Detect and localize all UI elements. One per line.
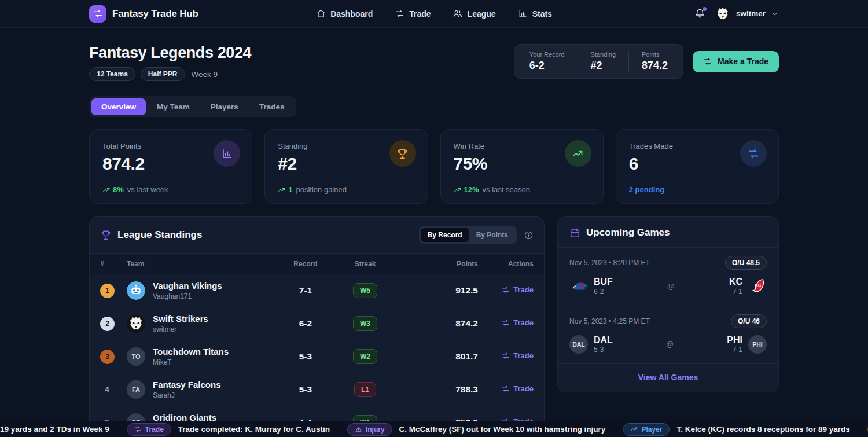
nav-item-league[interactable]: League bbox=[453, 9, 496, 19]
record-label: Your Record bbox=[529, 51, 565, 58]
game-row[interactable]: Nov 5, 2023 • 8:20 PM ET O/U 48.5 BUF 6-… bbox=[558, 248, 778, 306]
username: switmer bbox=[736, 9, 766, 18]
ticker-item: Trade Trade completed: K. Murray for C. … bbox=[127, 423, 330, 436]
cowboys-logo: DAL bbox=[569, 335, 588, 354]
home-record: 7-1 bbox=[727, 346, 742, 354]
team-owner: Vaughan171 bbox=[153, 292, 222, 300]
table-row[interactable]: 3 TO Touchdown Titans MikeT 5-3 W2 801.7… bbox=[90, 340, 544, 373]
main-nav: Dashboard Trade League Stats bbox=[316, 9, 552, 19]
trade-button[interactable]: Trade bbox=[501, 285, 534, 294]
home-record: 7-1 bbox=[729, 288, 742, 296]
week-label: Week 9 bbox=[192, 70, 218, 79]
trade-button[interactable]: Trade bbox=[501, 384, 534, 393]
record-cell: 7-1 bbox=[278, 285, 333, 296]
team-avatar bbox=[127, 314, 145, 333]
nav-item-stats[interactable]: Stats bbox=[518, 9, 552, 19]
team-owner: MikeT bbox=[153, 358, 229, 366]
streak-badge: W5 bbox=[353, 283, 377, 298]
game-date: Nov 5, 2023 • 8:20 PM ET bbox=[569, 259, 650, 267]
pending-trades-link[interactable]: 2 pending bbox=[629, 185, 664, 194]
info-icon[interactable] bbox=[524, 230, 534, 240]
games-title: Upcoming Games bbox=[586, 227, 670, 238]
tab-trades[interactable]: Trades bbox=[249, 98, 295, 115]
league-meta: 12 Teams Half PPR Week 9 bbox=[89, 67, 251, 81]
notification-dot bbox=[703, 7, 707, 11]
points-value: 874.2 bbox=[642, 60, 668, 72]
table-row[interactable]: 4 FA Fantasy Falcons SarahJ 5-3 L1 788.3… bbox=[90, 373, 544, 406]
points-cell: 788.3 bbox=[397, 384, 478, 395]
away-abbr: DAL bbox=[594, 335, 613, 346]
nav-item-trade[interactable]: Trade bbox=[395, 9, 431, 19]
game-row[interactable]: Nov 5, 2023 • 4:25 PM ET O/U 46 DAL DAL … bbox=[558, 306, 778, 365]
ticker-item: Player T. Kelce (KC) records 8 reception… bbox=[623, 423, 849, 436]
over-under-badge: O/U 48.5 bbox=[725, 256, 767, 270]
tab-overview[interactable]: Overview bbox=[91, 98, 146, 115]
eagles-logo: PHI bbox=[748, 335, 767, 354]
bar-chart-icon bbox=[214, 140, 240, 167]
team-avatar bbox=[127, 281, 145, 300]
nav-item-dashboard[interactable]: Dashboard bbox=[316, 9, 373, 19]
rank-number: 4 bbox=[100, 385, 109, 394]
brand-name: Fantasy Trade Hub bbox=[112, 8, 198, 20]
calendar-icon bbox=[569, 227, 580, 238]
user-menu[interactable]: switmer bbox=[715, 6, 779, 22]
delta-up: 8% bbox=[102, 185, 124, 194]
bills-logo bbox=[569, 277, 588, 295]
brand-swap-icon bbox=[89, 5, 106, 23]
league-standings-panel: League Standings By Record By Points # T… bbox=[89, 216, 545, 437]
game-date: Nov 5, 2023 • 4:25 PM ET bbox=[569, 317, 650, 325]
team-owner: SarahJ bbox=[153, 391, 221, 399]
trade-button[interactable]: Trade bbox=[501, 318, 534, 327]
make-a-trade-button[interactable]: Make a Trade bbox=[693, 51, 779, 72]
tab-players[interactable]: Players bbox=[201, 98, 248, 115]
points-label: Points bbox=[642, 51, 668, 58]
injury-badge: Injury bbox=[347, 423, 392, 436]
away-abbr: BUF bbox=[594, 277, 613, 287]
table-row[interactable]: 1 Vaughan Vikings Vaughan171 7-1 W5 912.… bbox=[90, 274, 544, 307]
trade-button[interactable]: Trade bbox=[501, 351, 534, 360]
view-all-games-link[interactable]: View All Games bbox=[558, 364, 778, 392]
rank-badge: 3 bbox=[100, 350, 115, 364]
chiefs-logo bbox=[748, 277, 767, 295]
at-symbol: @ bbox=[666, 340, 674, 348]
team-name: Fantasy Falcons bbox=[153, 380, 221, 391]
rank-badge: 2 bbox=[100, 317, 115, 331]
team-avatar: TO bbox=[127, 347, 145, 366]
points-cell: 801.7 bbox=[397, 351, 478, 362]
team-name: Swift Strikers bbox=[153, 314, 208, 325]
view-tabs: Overview My Team Players Trades bbox=[89, 96, 296, 117]
record-cell: 6-2 bbox=[278, 318, 333, 329]
sort-by-record[interactable]: By Record bbox=[421, 228, 469, 242]
news-ticker: 19 yards and 2 TDs in Week 9 Trade Trade… bbox=[0, 421, 868, 437]
points-cell: 912.5 bbox=[397, 285, 478, 296]
trending-up-icon bbox=[565, 140, 591, 167]
standing-label: Standing bbox=[591, 51, 616, 58]
stat-card-total-points: Total Points 874.2 8% vs last week bbox=[89, 129, 252, 204]
team-name: Vaughan Vikings bbox=[153, 281, 222, 292]
rank-badge: 1 bbox=[100, 284, 115, 298]
chevron-down-icon bbox=[771, 10, 779, 18]
streak-badge: W2 bbox=[353, 349, 377, 364]
standings-title: League Standings bbox=[117, 229, 202, 241]
points-cell: 874.2 bbox=[397, 318, 478, 329]
stat-card-win-rate: Win Rate 75% 12% vs last season bbox=[440, 129, 604, 204]
record-cell: 5-3 bbox=[278, 351, 333, 362]
team-owner: switmer bbox=[153, 325, 208, 333]
away-record: 5-3 bbox=[594, 346, 613, 354]
home-abbr: PHI bbox=[727, 335, 742, 346]
trophy-icon bbox=[100, 229, 112, 241]
notifications-button[interactable] bbox=[694, 8, 705, 19]
delta-up: 1 bbox=[278, 185, 292, 194]
table-row[interactable]: 2 Swift Strikers switmer 6-2 W3 874.2 Tr… bbox=[90, 307, 544, 340]
trade-badge: Trade bbox=[127, 423, 171, 436]
ticker-item: Injury C. McCaffrey (SF) out for Week 10… bbox=[347, 423, 605, 436]
standing-value: #2 bbox=[591, 60, 616, 72]
sort-by-points[interactable]: By Points bbox=[469, 228, 515, 242]
stat-card-standing: Standing #2 1 position gained bbox=[264, 129, 428, 204]
brand[interactable]: Fantasy Trade Hub bbox=[89, 5, 198, 23]
team-name: Touchdown Titans bbox=[153, 347, 229, 358]
tab-my-team[interactable]: My Team bbox=[147, 98, 200, 115]
swap-icon bbox=[703, 57, 712, 66]
top-navbar: Fantasy Trade Hub Dashboard Trade League… bbox=[0, 0, 868, 28]
delta-up: 12% bbox=[454, 185, 479, 194]
